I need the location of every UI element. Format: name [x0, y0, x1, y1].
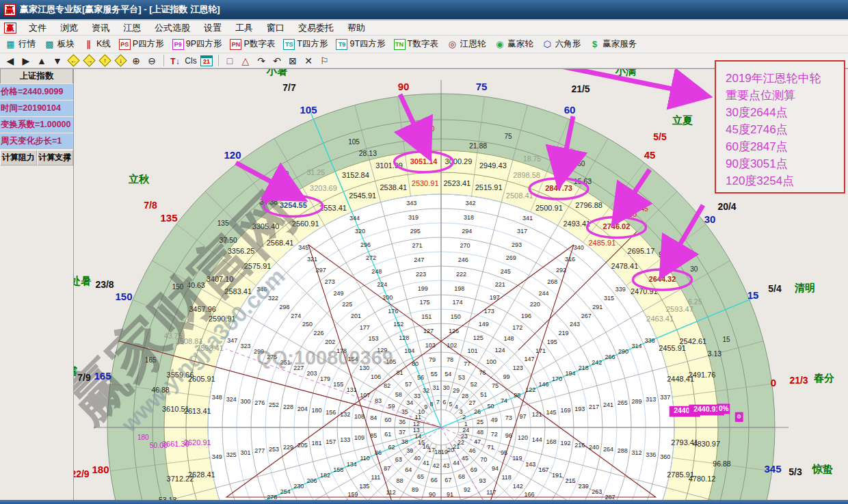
- svg-text:195: 195: [547, 339, 557, 345]
- toolbar-button-hexagon[interactable]: ⬡六角形: [540, 38, 583, 51]
- winner-wheel-icon: ◉: [494, 39, 505, 50]
- tool-t-down-button[interactable]: T↓: [168, 54, 183, 67]
- svg-text:242: 242: [592, 359, 602, 366]
- menu-item-4[interactable]: 公式选股: [148, 21, 197, 36]
- svg-text:321: 321: [307, 256, 317, 263]
- wheel-outer-label: 105: [300, 104, 317, 116]
- tool-back-button[interactable]: ◀: [3, 54, 18, 67]
- menu-item-8[interactable]: 交易委托: [291, 21, 341, 36]
- svg-text:54: 54: [445, 371, 451, 377]
- winner-service-label: 赢家服务: [602, 38, 637, 50]
- svg-text:109: 109: [354, 434, 365, 441]
- menu-item-5[interactable]: 设置: [197, 21, 228, 36]
- svg-text:170: 170: [552, 375, 562, 382]
- tool-collapse-button[interactable]: ✕: [301, 54, 316, 67]
- tool-pan-left-button[interactable]: ←: [66, 54, 81, 67]
- svg-text:193: 193: [574, 406, 585, 412]
- svg-text:100: 100: [486, 358, 496, 365]
- svg-text:245: 245: [501, 268, 511, 275]
- svg-text:239: 239: [579, 483, 589, 490]
- tool-forward-button[interactable]: ▶: [18, 54, 34, 67]
- calc-support-button[interactable]: 计算支撑: [37, 150, 74, 165]
- watermark: QQ:100800369: [256, 347, 393, 369]
- tool-pan-right-button[interactable]: →: [81, 54, 96, 67]
- svg-text:50.00: 50.00: [150, 441, 168, 449]
- tool-down-button[interactable]: ▼: [50, 54, 65, 67]
- wheel-outer-label: 惊蛰: [812, 463, 833, 475]
- toolbar-button-gann-wheel[interactable]: ◎江恩轮: [445, 38, 488, 51]
- tool-zoom-out-button[interactable]: ⊖: [144, 54, 159, 67]
- tool-triangle-tool-button[interactable]: △: [238, 54, 253, 67]
- svg-text:338: 338: [645, 337, 655, 344]
- tool-cls-button[interactable]: Cls: [183, 54, 198, 67]
- tool-zoom-in-button[interactable]: ⊕: [129, 54, 144, 67]
- calc-resistance-button[interactable]: 计算阻力: [0, 150, 37, 165]
- 9p-square-label: 9P四方形: [186, 38, 222, 50]
- svg-text:313: 313: [646, 396, 656, 403]
- toolbar-button-p-table[interactable]: PNP数字表: [228, 38, 277, 51]
- menu-item-6[interactable]: 工具: [228, 21, 260, 36]
- svg-text:91: 91: [447, 491, 453, 498]
- svg-text:148: 148: [503, 335, 514, 342]
- toolbar-button-sectors[interactable]: ▩板块: [42, 38, 77, 51]
- tool-rotate-ccw-button[interactable]: ↶: [269, 54, 284, 67]
- toolbar-button-kline[interactable]: ∥K线: [81, 38, 113, 51]
- wheel-outer-label: 5/3: [789, 466, 802, 477]
- svg-text:45: 45: [462, 455, 468, 462]
- svg-text:78: 78: [447, 356, 453, 363]
- svg-text:156: 156: [326, 409, 336, 416]
- tool-flag-button[interactable]: ⚐: [317, 54, 332, 67]
- tool-up-button[interactable]: ▲: [34, 54, 49, 67]
- toolbar-button-winner-service[interactable]: $赢家服务: [587, 38, 639, 51]
- quotes-icon: ▦: [5, 39, 16, 50]
- svg-text:106: 106: [371, 373, 381, 380]
- menu-item-0[interactable]: 文件: [22, 21, 53, 36]
- toolbar-button-winner-wheel[interactable]: ◉赢家轮: [492, 38, 535, 51]
- svg-text:29: 29: [453, 387, 460, 394]
- 9p-square-icon: P9: [172, 39, 184, 50]
- tool-pan-down-button[interactable]: ↓: [113, 54, 128, 67]
- svg-text:0%: 0%: [719, 405, 729, 412]
- wheel-outer-label: 21/5: [571, 83, 589, 94]
- svg-text:290: 290: [618, 348, 628, 355]
- wheel-outer-label: 5/5: [653, 131, 667, 142]
- svg-text:59: 59: [388, 403, 395, 410]
- svg-text:24: 24: [462, 427, 469, 434]
- svg-text:128: 128: [399, 334, 409, 341]
- svg-text:5: 5: [449, 401, 452, 408]
- toolbar-button-t-table[interactable]: TNT数字表: [392, 38, 440, 51]
- menu-item-1[interactable]: 浏览: [53, 21, 85, 36]
- svg-text:98: 98: [514, 392, 520, 399]
- svg-text:1: 1: [464, 421, 468, 427]
- menu-item-2[interactable]: 资讯: [85, 21, 116, 36]
- toolbar-button-9p-square[interactable]: P99P四方形: [170, 38, 224, 51]
- svg-text:246: 246: [458, 256, 468, 263]
- toolbar-button-t-square[interactable]: TST四方形: [281, 38, 330, 51]
- svg-text:88: 88: [396, 477, 403, 484]
- svg-text:93: 93: [479, 477, 486, 484]
- svg-text:126: 126: [449, 328, 459, 334]
- svg-text:124: 124: [495, 347, 505, 354]
- svg-text:291: 291: [592, 304, 602, 310]
- menu-item-3[interactable]: 江恩: [116, 21, 148, 36]
- svg-text:80: 80: [412, 360, 419, 367]
- tool-pan-up-button[interactable]: ↑: [97, 54, 112, 67]
- tool-rect-tool-button[interactable]: □: [222, 54, 237, 67]
- toolbar-button-quotes[interactable]: ▦行情: [3, 38, 38, 51]
- tool-delete-box-button[interactable]: ⊠: [285, 54, 300, 67]
- svg-text:81: 81: [396, 369, 403, 376]
- svg-text:240: 240: [589, 444, 599, 451]
- svg-text:343: 343: [406, 200, 416, 207]
- svg-text:7: 7: [436, 399, 440, 406]
- svg-text:120: 120: [278, 170, 289, 178]
- toolbar-button-9t-square[interactable]: T99T四方形: [334, 38, 387, 51]
- svg-text:104: 104: [404, 347, 414, 354]
- svg-text:84: 84: [370, 414, 377, 421]
- toolbar-button-p-square[interactable]: PSP四方形: [117, 38, 166, 51]
- svg-text:49: 49: [491, 416, 498, 423]
- menu-item-9[interactable]: 帮助: [341, 21, 372, 36]
- tool-calendar-button[interactable]: 21: [199, 54, 214, 67]
- tool-rotate-cw-button[interactable]: ↷: [254, 54, 269, 67]
- svg-text:316: 316: [565, 256, 575, 263]
- menu-item-7[interactable]: 窗口: [260, 21, 291, 36]
